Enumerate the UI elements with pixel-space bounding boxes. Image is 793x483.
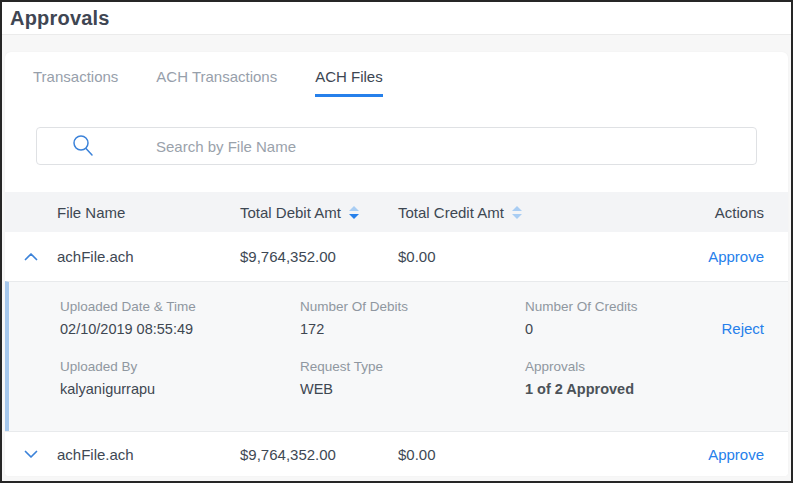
reject-link[interactable]: Reject	[654, 320, 764, 337]
approvals-value: 1 of 2 Approved	[525, 381, 654, 397]
number-of-debits-label: Number Of Debits	[300, 299, 525, 314]
sort-total-debit-icon[interactable]	[349, 206, 359, 219]
chevron-up-icon	[24, 252, 38, 261]
table-row[interactable]: achFile.ach $9,764,352.00 $0.00 Approve	[5, 431, 788, 476]
approve-link[interactable]: Approve	[644, 248, 764, 265]
search-section	[36, 127, 757, 165]
number-of-credits-field: Number Of Credits 0	[525, 299, 654, 337]
uploaded-by-label: Uploaded By	[60, 359, 300, 374]
cell-file-name: achFile.ach	[57, 248, 240, 265]
tab-ach-transactions[interactable]: ACH Transactions	[156, 68, 277, 97]
table-row[interactable]: achFile.ach $9,764,352.00 $0.00 Approve	[5, 232, 788, 281]
cell-total-credit: $0.00	[398, 248, 644, 265]
uploaded-by-value: kalyanigurrapu	[60, 381, 300, 397]
number-of-debits-value: 172	[300, 321, 525, 337]
expand-row-button[interactable]	[5, 450, 57, 459]
cell-total-debit: $9,764,352.00	[240, 446, 398, 463]
tab-ach-files[interactable]: ACH Files	[315, 68, 383, 97]
header-file-name-label: File Name	[57, 204, 125, 221]
header-total-debit-label: Total Debit Amt	[240, 204, 341, 221]
approve-link[interactable]: Approve	[644, 446, 764, 463]
uploaded-by-field: Uploaded By kalyanigurrapu	[60, 359, 300, 397]
number-of-credits-label: Number Of Credits	[525, 299, 654, 314]
chevron-down-icon	[24, 450, 38, 459]
header-total-debit: Total Debit Amt	[240, 204, 398, 221]
cell-total-debit: $9,764,352.00	[240, 248, 398, 265]
page-title: Approvals	[10, 7, 783, 30]
tab-transactions[interactable]: Transactions	[33, 68, 118, 97]
uploaded-date-value: 02/10/2019 08:55:49	[60, 321, 300, 337]
request-type-value: WEB	[300, 381, 525, 397]
collapse-row-button[interactable]	[5, 252, 57, 261]
approvals-label: Approvals	[525, 359, 654, 374]
header-total-credit: Total Credit Amt	[398, 204, 644, 221]
row-details-panel: Uploaded Date & Time 02/10/2019 08:55:49…	[5, 281, 788, 431]
cell-total-credit: $0.00	[398, 446, 644, 463]
request-type-field: Request Type WEB	[300, 359, 525, 397]
request-type-label: Request Type	[300, 359, 525, 374]
tab-bar: Transactions ACH Transactions ACH Files	[5, 52, 788, 97]
header-actions-label: Actions	[715, 204, 764, 221]
header-file-name: File Name	[57, 204, 240, 221]
search-icon	[70, 133, 96, 159]
table-header-row: File Name Total Debit Amt Total Credit A…	[5, 192, 788, 232]
search-box[interactable]	[36, 127, 757, 165]
page-gap	[2, 35, 791, 52]
uploaded-date-field: Uploaded Date & Time 02/10/2019 08:55:49	[60, 299, 300, 337]
header-actions: Actions	[644, 204, 764, 221]
page-header: Approvals	[2, 2, 791, 35]
sort-total-credit-icon[interactable]	[512, 206, 522, 219]
number-of-credits-value: 0	[525, 321, 654, 337]
search-input[interactable]	[156, 138, 756, 155]
cell-file-name: achFile.ach	[57, 446, 240, 463]
uploaded-date-label: Uploaded Date & Time	[60, 299, 300, 314]
approvals-card: Transactions ACH Transactions ACH Files …	[5, 52, 788, 476]
approvals-field: Approvals 1 of 2 Approved	[525, 359, 654, 397]
header-total-credit-label: Total Credit Amt	[398, 204, 504, 221]
number-of-debits-field: Number Of Debits 172	[300, 299, 525, 337]
